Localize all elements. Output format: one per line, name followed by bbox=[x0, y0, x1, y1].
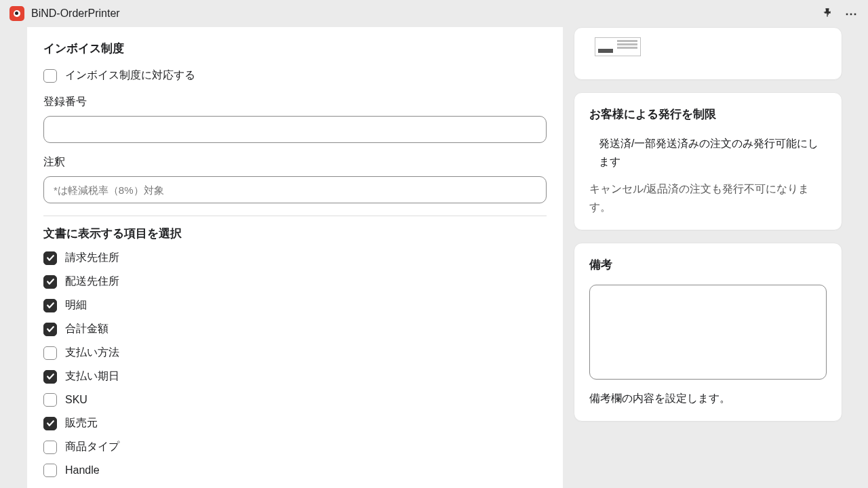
reg-number-input[interactable] bbox=[43, 116, 547, 143]
top-bar: BiND-OrderPrinter ⋯ bbox=[0, 0, 868, 27]
note-label: 注釈 bbox=[43, 155, 547, 169]
field-checkbox[interactable] bbox=[43, 251, 57, 265]
invoice-checkbox-label: インボイス制度に対応する bbox=[65, 68, 195, 83]
remarks-textarea[interactable] bbox=[589, 285, 827, 380]
main-panel: インボイス制度 インボイス制度に対応する 登録番号 注釈 文書に表示する項目を選… bbox=[27, 27, 563, 488]
field-row: 配送先住所 bbox=[43, 274, 547, 289]
display-fields-title: 文書に表示する項目を選択 bbox=[43, 226, 547, 241]
field-label: 請求先住所 bbox=[65, 251, 119, 265]
field-checkbox[interactable] bbox=[43, 370, 57, 384]
field-label: 支払い期日 bbox=[65, 369, 119, 384]
field-label: 合計金額 bbox=[65, 322, 108, 336]
restrict-title: お客様による発行を制限 bbox=[589, 106, 827, 122]
remarks-card: 備考 備考欄の内容を設定します。 bbox=[574, 243, 842, 422]
preview-card bbox=[574, 27, 842, 80]
content: インボイス制度 インボイス制度に対応する 登録番号 注釈 文書に表示する項目を選… bbox=[0, 27, 868, 488]
pin-icon[interactable] bbox=[822, 7, 833, 20]
restrict-help-text: キャンセル/返品済の注文も発行不可になります。 bbox=[589, 180, 827, 216]
field-row: SKU bbox=[43, 393, 547, 407]
field-label: SKU bbox=[65, 394, 87, 406]
field-row: 明細 bbox=[43, 298, 547, 312]
app-title: BiND-OrderPrinter bbox=[31, 7, 120, 20]
restrict-checkbox-label: 発送済/一部発送済みの注文のみ発行可能にします bbox=[599, 134, 827, 171]
more-icon[interactable]: ⋯ bbox=[845, 6, 859, 21]
field-checkbox[interactable] bbox=[43, 323, 57, 336]
reg-number-label: 登録番号 bbox=[43, 95, 547, 109]
restrict-card: お客様による発行を制限 発送済/一部発送済みの注文のみ発行可能にします キャンセ… bbox=[574, 92, 842, 230]
field-row: 合計金額 bbox=[43, 322, 547, 336]
field-label: 配送先住所 bbox=[65, 274, 119, 289]
field-checkbox[interactable] bbox=[43, 346, 57, 360]
restrict-checkbox-row: 発送済/一部発送済みの注文のみ発行可能にします bbox=[589, 134, 827, 171]
field-checkbox[interactable] bbox=[43, 299, 57, 312]
remarks-title: 備考 bbox=[589, 257, 827, 272]
app-icon bbox=[9, 6, 24, 21]
field-row: Handle bbox=[43, 464, 547, 477]
invoice-checkbox[interactable] bbox=[43, 69, 57, 83]
field-label: 販売元 bbox=[65, 416, 98, 430]
field-checkbox[interactable] bbox=[43, 417, 57, 430]
field-checkbox[interactable] bbox=[43, 441, 57, 454]
note-input[interactable] bbox=[43, 176, 547, 203]
field-row: 支払い方法 bbox=[43, 346, 547, 360]
remarks-help-text: 備考欄の内容を設定します。 bbox=[589, 390, 827, 407]
invoice-checkbox-row: インボイス制度に対応する bbox=[43, 68, 547, 83]
field-checkbox[interactable] bbox=[43, 464, 57, 477]
field-row: 支払い期日 bbox=[43, 369, 547, 384]
field-checkbox[interactable] bbox=[43, 393, 57, 407]
divider bbox=[43, 216, 547, 216]
side-column: お客様による発行を制限 発送済/一部発送済みの注文のみ発行可能にします キャンセ… bbox=[574, 27, 842, 422]
field-label: Handle bbox=[65, 464, 100, 476]
field-label: 支払い方法 bbox=[65, 346, 119, 360]
invoice-section-title: インボイス制度 bbox=[43, 41, 547, 56]
top-bar-left: BiND-OrderPrinter bbox=[9, 6, 120, 21]
fields-list: 請求先住所配送先住所明細合計金額支払い方法支払い期日SKU販売元商品タイプHan… bbox=[43, 251, 547, 477]
field-checkbox[interactable] bbox=[43, 275, 57, 289]
field-label: 明細 bbox=[65, 298, 87, 312]
field-label: 商品タイプ bbox=[65, 440, 119, 454]
top-bar-right: ⋯ bbox=[822, 6, 859, 21]
field-row: 請求先住所 bbox=[43, 251, 547, 265]
field-row: 商品タイプ bbox=[43, 440, 547, 454]
field-row: 販売元 bbox=[43, 416, 547, 430]
preview-thumbnail bbox=[595, 37, 641, 56]
